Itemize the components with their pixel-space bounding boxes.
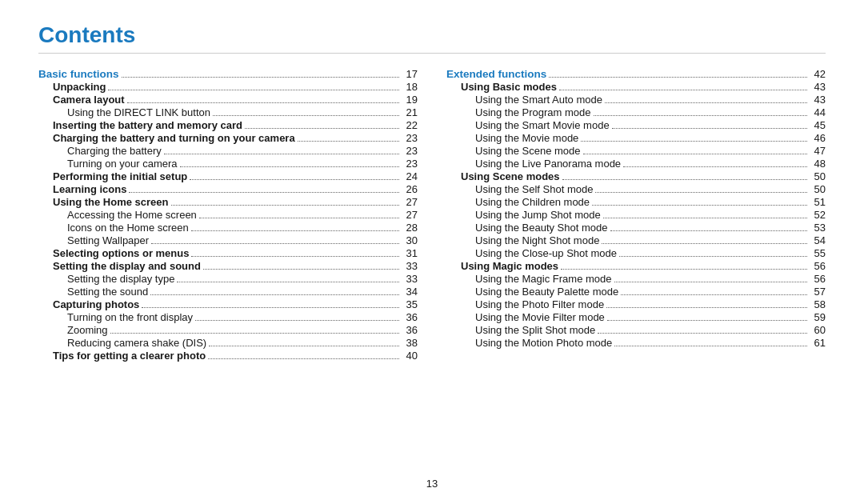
toc-page: 47 (810, 145, 826, 157)
list-item: Using the Scene mode47 (446, 145, 826, 157)
toc-dots (177, 282, 399, 282)
toc-dots (209, 346, 399, 346)
title-divider (38, 53, 826, 54)
toc-dots (561, 269, 807, 270)
right-section-dots (549, 77, 807, 78)
toc-label: Using the Program mode (446, 106, 591, 118)
toc-page: 23 (402, 132, 418, 144)
toc-dots (245, 128, 399, 129)
list-item: Using the Split Shot mode60 (446, 324, 826, 336)
toc-page: 36 (402, 324, 418, 336)
toc-page: 50 (810, 183, 826, 195)
toc-label: Using Scene modes (446, 170, 560, 182)
toc-dots (562, 179, 807, 180)
toc-label: Using the Smart Auto mode (446, 94, 602, 106)
toc-label: Using the Motion Photo mode (446, 337, 612, 349)
toc-label: Inserting the battery and memory card (38, 119, 242, 131)
toc-dots (208, 358, 399, 359)
toc-dots (610, 230, 808, 231)
list-item: Using the Beauty Shot mode53 (446, 222, 826, 234)
toc-label: Unpacking (38, 81, 106, 93)
toc-label: Using the Photo Filter mode (446, 298, 604, 310)
toc-dots (607, 320, 807, 321)
toc-page: 53 (810, 222, 826, 234)
toc-page: 27 (402, 209, 418, 221)
toc-page: 50 (810, 170, 826, 182)
toc-label: Using the Close-up Shot mode (446, 247, 617, 259)
toc-page: 52 (810, 209, 826, 221)
toc-dots (195, 320, 399, 321)
toc-dots (614, 282, 807, 282)
columns: Basic functions 17 Unpacking18Camera lay… (38, 68, 826, 362)
list-item: Performing the initial setup24 (38, 170, 418, 182)
toc-label: Performing the initial setup (38, 170, 187, 182)
toc-page: 56 (810, 273, 826, 285)
list-item: Using the Jump Shot mode52 (446, 209, 826, 221)
toc-dots (129, 192, 399, 193)
toc-dots (190, 179, 399, 180)
toc-label: Reducing camera shake (DIS) (38, 337, 206, 349)
toc-page: 23 (402, 158, 418, 170)
toc-page: 35 (402, 298, 418, 310)
toc-dots (605, 102, 807, 103)
list-item: Reducing camera shake (DIS)38 (38, 337, 418, 349)
toc-label: Selecting options or menus (38, 247, 189, 259)
right-column: Extended functions 42 Using Basic modes4… (446, 68, 826, 362)
page: Contents Basic functions 17 Unpacking18C… (0, 0, 864, 504)
toc-dots (621, 294, 807, 295)
toc-label: Using the Magic Frame mode (446, 273, 612, 285)
page-title: Contents (38, 22, 826, 48)
list-item: Accessing the Home screen27 (38, 209, 418, 221)
toc-dots (581, 141, 807, 142)
list-item: Using the Movie Filter mode59 (446, 311, 826, 323)
toc-label: Capturing photos (38, 298, 139, 310)
toc-label: Using the Scene mode (446, 145, 581, 157)
list-item: Using Scene modes50 (446, 170, 826, 182)
toc-label: Using the Night Shot mode (446, 234, 599, 246)
list-item: Using the Self Shot mode50 (446, 183, 826, 195)
toc-page: 43 (810, 81, 826, 93)
list-item: Using the Magic Frame mode56 (446, 273, 826, 285)
toc-page: 45 (810, 119, 826, 131)
toc-page: 51 (810, 196, 826, 208)
left-entries: Unpacking18Camera layout19Using the DIRE… (38, 81, 418, 362)
toc-page: 59 (810, 311, 826, 323)
toc-label: Using the Home screen (38, 196, 169, 208)
toc-label: Icons on the Home screen (38, 222, 189, 234)
toc-label: Accessing the Home screen (38, 209, 197, 221)
toc-page: 19 (402, 94, 418, 106)
toc-page: 48 (810, 158, 826, 170)
toc-dots (602, 243, 807, 244)
toc-page: 44 (810, 106, 826, 118)
list-item: Using the Children mode51 (446, 196, 826, 208)
toc-page: 36 (402, 311, 418, 323)
toc-dots (108, 90, 399, 90)
toc-label: Camera layout (38, 94, 125, 106)
toc-page: 55 (810, 247, 826, 259)
toc-page: 33 (402, 260, 418, 272)
toc-page: 38 (402, 337, 418, 349)
toc-page: 23 (402, 145, 418, 157)
toc-dots (127, 102, 399, 103)
list-item: Camera layout19 (38, 94, 418, 106)
right-section-heading: Extended functions 42 (446, 68, 826, 80)
list-item: Using Magic modes56 (446, 260, 826, 272)
right-section-page: 42 (810, 68, 826, 80)
right-entries: Using Basic modes43Using the Smart Auto … (446, 81, 826, 349)
toc-dots (150, 294, 399, 295)
toc-page: 18 (402, 81, 418, 93)
toc-dots (603, 218, 807, 218)
list-item: Inserting the battery and memory card22 (38, 119, 418, 131)
toc-dots (598, 333, 807, 334)
toc-dots (164, 154, 399, 154)
list-item: Using the Motion Photo mode61 (446, 337, 826, 349)
toc-label: Learning icons (38, 183, 126, 195)
toc-dots (151, 243, 399, 244)
toc-label: Using the DIRECT LINK button (38, 106, 210, 118)
toc-label: Using the Live Panorama mode (446, 158, 621, 170)
list-item: Selecting options or menus31 (38, 247, 418, 259)
toc-page: 26 (402, 183, 418, 195)
list-item: Turning on your camera23 (38, 158, 418, 170)
list-item: Setting the sound34 (38, 286, 418, 298)
toc-dots (623, 166, 807, 167)
